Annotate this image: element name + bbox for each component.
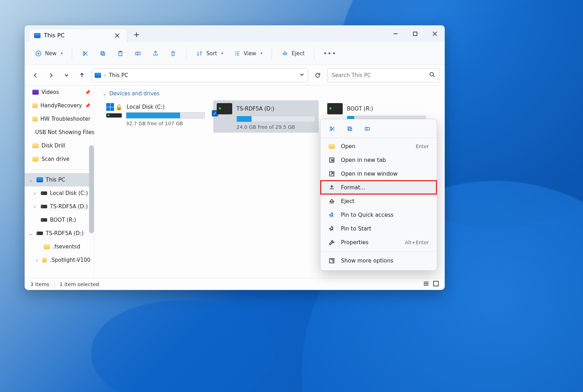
chevron-icon: › [32, 191, 37, 196]
sidebar-item[interactable]: USB Not Showing Files [25, 126, 94, 139]
window-close-button[interactable] [425, 25, 445, 42]
sidebar-item[interactable]: ⌄TS-RDF5A (D:) [25, 227, 94, 240]
tab-close-button[interactable] [113, 31, 121, 40]
pin-icon: 📌 [85, 103, 90, 108]
share-button[interactable] [148, 48, 163, 59]
sidebar-item[interactable]: ›TS-RDF5A (D:) [25, 200, 94, 213]
sidebar-item[interactable]: Disk Drill [25, 139, 94, 152]
new-button[interactable]: New ▾ [31, 48, 66, 59]
folder-icon [32, 103, 38, 108]
sidebar-item[interactable]: Videos📌 [25, 86, 94, 99]
sidebar-item[interactable]: HW Troubleshooter [25, 112, 94, 126]
svg-rect-10 [433, 281, 438, 286]
view-button[interactable]: View ▾ [230, 48, 266, 59]
sort-icon [196, 50, 203, 57]
drive-icon [106, 113, 122, 118]
sidebar-item[interactable]: BOOT (R:) [25, 213, 94, 227]
sidebar-scrollbar[interactable] [89, 145, 94, 233]
refresh-button[interactable] [312, 69, 324, 81]
pin-icon [328, 212, 335, 218]
ctx-open-new-tab[interactable]: Open in new tab [321, 153, 437, 167]
sidebar-item-label: HandyRecovery [40, 102, 82, 109]
copy-button[interactable] [95, 48, 110, 59]
paste-button[interactable] [113, 48, 128, 59]
ctx-open-new-window[interactable]: Open in new window [321, 167, 437, 181]
ctx-copy-button[interactable] [346, 125, 354, 133]
address-dropdown[interactable] [299, 71, 305, 79]
sidebar-item[interactable]: ›Local Disk (C:) [25, 186, 94, 200]
sidebar-item[interactable]: HandyRecovery📌 [25, 99, 94, 112]
tab-title: This PC [44, 32, 65, 39]
share-icon [152, 50, 159, 57]
pin-icon: 📌 [85, 90, 90, 95]
minimize-button[interactable] [386, 25, 405, 42]
delete-button[interactable] [166, 48, 180, 59]
breadcrumb[interactable]: This PC [109, 72, 128, 78]
forward-button[interactable] [45, 69, 57, 81]
sidebar-item[interactable]: ›.Spotlight-V100 [25, 253, 94, 267]
recent-button[interactable] [61, 69, 72, 81]
plus-circle-icon [34, 50, 42, 57]
ctx-rename-button[interactable] [363, 125, 371, 133]
drive-icon [41, 218, 47, 222]
sidebar-item-label: .Spotlight-V100 [50, 257, 90, 263]
address-bar[interactable]: › This PC [91, 68, 308, 82]
wrench-icon [328, 239, 335, 246]
status-selected: 1 item selected [59, 282, 99, 287]
svg-rect-8 [136, 52, 140, 55]
sidebar-item-this-pc[interactable]: ⌄This PC [25, 173, 94, 186]
folder-open-icon [328, 144, 335, 149]
new-tab-button[interactable] [129, 28, 144, 42]
chevron-down-icon: ▾ [61, 51, 63, 56]
nav-row: › This PC [25, 65, 445, 86]
status-item-count: 3 items [30, 282, 49, 287]
ctx-properties[interactable]: Properties Alt+Enter [321, 235, 437, 249]
ctx-eject[interactable]: Eject [321, 194, 437, 208]
trash-icon [169, 50, 177, 57]
usage-bar [236, 116, 315, 122]
back-button[interactable] [30, 69, 42, 81]
drive-tile[interactable]: 🔒Local Disk (C:) 32.7 GB free of 107 GB [103, 100, 208, 133]
ctx-show-more[interactable]: Show more options [321, 254, 437, 267]
drive-icon [327, 103, 343, 114]
status-bar: 3 items 1 item selected [25, 278, 445, 290]
ctx-open[interactable]: Open Enter [321, 139, 437, 153]
maximize-button[interactable] [405, 25, 425, 42]
up-button[interactable] [76, 69, 88, 81]
rename-button[interactable] [131, 48, 145, 59]
format-icon [328, 184, 335, 191]
group-header[interactable]: ⌄ Devices and drives [103, 90, 436, 97]
ctx-pin-start[interactable]: Pin to Start [321, 222, 437, 235]
drive-icon [217, 103, 232, 114]
sidebar-item[interactable]: Scan drive [25, 152, 94, 166]
ctx-cut-button[interactable] [328, 125, 336, 133]
eject-label: Eject [292, 50, 305, 57]
context-menu: Open Enter Open in new tab Open in new w… [320, 119, 437, 271]
search-box[interactable] [327, 68, 440, 82]
more-button[interactable]: ••• [320, 48, 340, 59]
scissors-icon [81, 50, 89, 57]
ctx-pin-quick-access[interactable]: Pin to Quick access [321, 208, 437, 222]
drive-name: BOOT (R:) [347, 106, 373, 112]
toolbar: New ▾ Sort ▾ View ▾ Eject ••• [25, 42, 445, 65]
drive-icon [37, 232, 43, 235]
drive-tile[interactable]: ✓ TS-RDF5A (D:) 24.0 GB free of 29.5 GB [213, 100, 319, 133]
sidebar-item-label: HW Troubleshooter [40, 116, 90, 122]
ctx-format[interactable]: Format... [321, 181, 437, 194]
folder-icon [32, 116, 38, 121]
sidebar-item[interactable]: .fseventsd [25, 240, 94, 253]
search-input[interactable] [332, 72, 429, 78]
chevron-down-icon: ⌄ [28, 231, 33, 236]
sidebar-item-label: Videos [42, 89, 59, 95]
monitor-icon [95, 73, 101, 78]
eject-button[interactable]: Eject [278, 48, 308, 59]
tiles-view-button[interactable] [433, 280, 439, 288]
window-controls [386, 25, 445, 42]
folder-icon [32, 157, 39, 162]
details-view-button[interactable] [423, 280, 429, 288]
cut-button[interactable] [78, 48, 93, 59]
tab-this-pc[interactable]: This PC [29, 29, 127, 42]
folder-icon [32, 143, 39, 148]
view-icon [233, 50, 241, 57]
sort-button[interactable]: Sort ▾ [192, 48, 227, 59]
